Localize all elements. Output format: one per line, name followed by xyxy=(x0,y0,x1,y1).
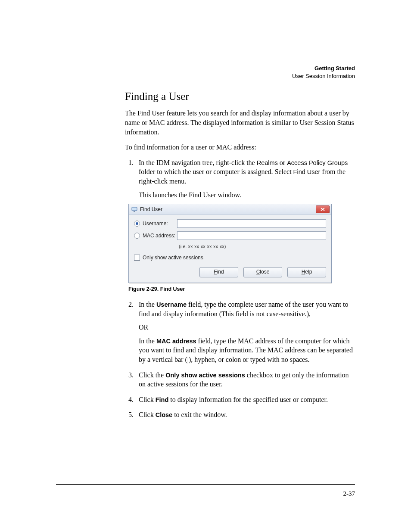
step-1: In the IDM navigation tree, right-click … xyxy=(135,158,355,293)
mac-row: MAC address: xyxy=(134,231,326,240)
term-realms: Realms xyxy=(257,159,278,166)
document-page: Getting Started User Session Information… xyxy=(0,0,411,532)
mac-hint: (i.e. xx-xx-xx-xx-xx-xx) xyxy=(179,243,326,250)
svg-rect-0 xyxy=(132,207,137,211)
mac-input[interactable] xyxy=(177,231,326,240)
dialog-body: Username: MAC address: (i.e. xx-xx-xx-xx… xyxy=(129,215,331,283)
step-1-text: In the IDM navigation tree, right-click … xyxy=(139,158,355,186)
step-2-or: OR xyxy=(139,323,355,332)
bold-mac-address: MAC address xyxy=(156,338,196,345)
step-3-text: Click the Only show active sessions chec… xyxy=(139,370,355,389)
step-5-text: Click Close to exit the window. xyxy=(139,410,355,420)
active-sessions-row: Only show active sessions xyxy=(134,254,326,261)
help-button[interactable]: Help xyxy=(287,267,326,277)
titlebar-left: Find User xyxy=(131,206,162,213)
close-dialog-button[interactable]: Close xyxy=(243,267,282,277)
figure-caption: Figure 2-29. Find User xyxy=(128,286,355,293)
username-row: Username: xyxy=(134,219,326,228)
bold-close: Close xyxy=(156,411,173,418)
bold-username: Username xyxy=(156,301,187,308)
dialog-title: Find User xyxy=(140,206,162,213)
dialog-titlebar: Find User xyxy=(129,204,331,215)
find-user-dialog: Find User xyxy=(128,204,332,283)
figure-block: Find User xyxy=(128,204,355,293)
page-header: Getting Started User Session Information xyxy=(56,65,355,80)
intro-paragraph: The Find User feature lets you search fo… xyxy=(125,109,355,137)
username-label: Username: xyxy=(143,220,177,227)
username-radio[interactable] xyxy=(134,221,140,227)
bold-active-sessions: Only show active sessions xyxy=(165,372,245,379)
active-sessions-label: Only show active sessions xyxy=(143,254,203,261)
find-button[interactable]: Find xyxy=(199,267,238,277)
step-2-username: In the Username field, type the complete… xyxy=(139,300,355,318)
term-find-user: Find User xyxy=(293,168,321,175)
section-heading: Finding a User xyxy=(125,90,355,103)
step-2-mac: In the MAC address field, type the MAC a… xyxy=(139,336,355,364)
lead-in-paragraph: To find information for a user or MAC ad… xyxy=(125,143,355,152)
radio-dot-icon xyxy=(136,222,138,225)
term-access-policy-groups: Access Policy Groups xyxy=(287,159,348,166)
mac-label: MAC address: xyxy=(143,232,177,239)
step-4-text: Click Find to display information for th… xyxy=(139,395,355,404)
step-3: Click the Only show active sessions chec… xyxy=(135,370,355,389)
step-5: Click Close to exit the window. xyxy=(135,410,355,420)
active-sessions-checkbox[interactable] xyxy=(134,255,140,261)
steps-list: In the IDM navigation tree, right-click … xyxy=(125,158,355,420)
header-title: Getting Started xyxy=(56,65,355,72)
footer-rule xyxy=(56,484,355,485)
step-2: In the Username field, type the complete… xyxy=(135,300,355,364)
page-number: 2-37 xyxy=(343,490,355,498)
mac-radio[interactable] xyxy=(134,233,140,239)
header-subtitle: User Session Information xyxy=(56,72,355,80)
content-area: Finding a User The Find User feature let… xyxy=(125,90,355,420)
username-input[interactable] xyxy=(177,219,326,228)
dialog-button-row: Find Close Help xyxy=(134,267,326,277)
step-1-launch: This launches the Find User window. xyxy=(139,190,355,200)
step-4: Click Find to display information for th… xyxy=(135,395,355,404)
monitor-icon xyxy=(131,207,137,212)
svg-rect-1 xyxy=(134,211,135,212)
close-icon xyxy=(321,208,325,211)
bold-find: Find xyxy=(156,396,169,403)
close-button[interactable] xyxy=(316,205,330,213)
